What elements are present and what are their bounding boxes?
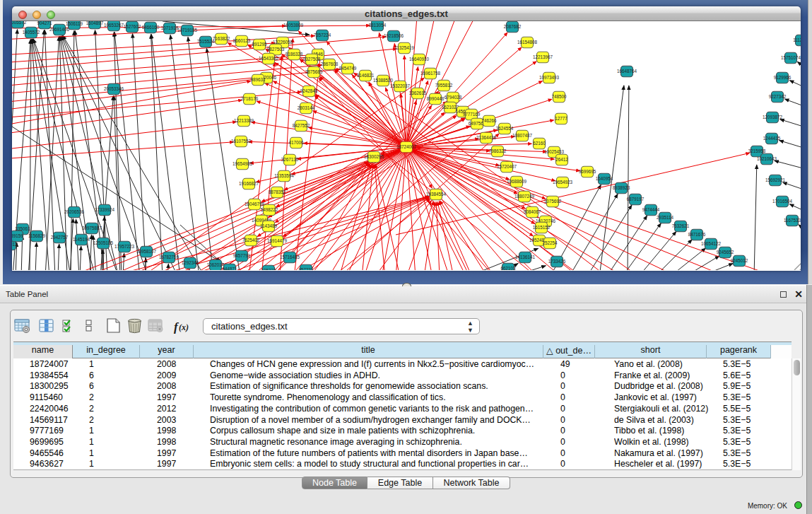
svg-text:2803144: 2803144 (298, 105, 315, 110)
svg-text:895012: 895012 (12, 242, 18, 247)
svg-text:1405572: 1405572 (23, 30, 40, 35)
svg-text:17339924: 17339924 (95, 207, 115, 212)
svg-text:8186328: 8186328 (286, 52, 303, 57)
svg-text:9327508: 9327508 (303, 57, 321, 62)
svg-text:20053346: 20053346 (104, 86, 124, 91)
svg-text:1244415: 1244415 (763, 136, 781, 141)
svg-text:10807487: 10807487 (512, 133, 533, 138)
svg-text:16046798: 16046798 (245, 201, 265, 206)
svg-text:12505185: 12505185 (93, 240, 114, 245)
svg-text:252254: 252254 (542, 240, 558, 245)
svg-text:15322037: 15322037 (390, 83, 411, 88)
svg-text:746266: 746266 (481, 118, 497, 123)
svg-text:7163822: 7163822 (213, 36, 230, 41)
svg-text:10653267: 10653267 (104, 23, 124, 28)
svg-text:6466160: 6466160 (142, 25, 160, 30)
svg-text:10973493: 10973493 (539, 75, 560, 80)
svg-text:20691406: 20691406 (49, 27, 70, 32)
svg-text:1071918: 1071918 (161, 25, 179, 30)
svg-text:8427552: 8427552 (293, 123, 310, 128)
svg-text:9827503: 9827503 (267, 47, 285, 52)
svg-text:2718176: 2718176 (241, 96, 259, 101)
svg-text:17957223: 17957223 (114, 244, 135, 249)
svg-text:12213967: 12213967 (533, 54, 553, 59)
svg-text:9129966: 9129966 (774, 75, 792, 80)
svg-text:7986322: 7986322 (489, 148, 507, 153)
svg-text:10958107: 10958107 (136, 249, 157, 254)
svg-text:3215958: 3215958 (748, 148, 766, 153)
svg-text:6879197: 6879197 (627, 197, 645, 201)
svg-text:19654923: 19654923 (553, 180, 573, 185)
svg-text:10654122: 10654122 (701, 241, 722, 246)
svg-text:9245652: 9245652 (717, 250, 734, 255)
svg-text:9227342: 9227342 (769, 94, 787, 99)
svg-text:6794028: 6794028 (445, 95, 462, 100)
svg-text:62160: 62160 (533, 141, 546, 146)
svg-text:20206536: 20206536 (64, 209, 85, 214)
svg-text:10688609: 10688609 (507, 179, 527, 184)
svg-text:1167533: 1167533 (784, 218, 801, 223)
svg-text:904271: 904271 (37, 21, 52, 25)
svg-text:1075692: 1075692 (544, 199, 562, 204)
svg-text:1143489: 1143489 (260, 223, 278, 228)
svg-text:1527602: 1527602 (124, 24, 141, 29)
svg-text:1145194: 1145194 (73, 237, 90, 242)
svg-text:15388520: 15388520 (373, 78, 394, 83)
svg-text:12093872: 12093872 (763, 115, 783, 119)
svg-text:18724007: 18724007 (396, 144, 417, 149)
svg-text:16648764: 16648764 (617, 69, 637, 74)
svg-text:957231: 957231 (298, 267, 314, 270)
svg-text:1506119: 1506119 (66, 21, 83, 26)
svg-text:8454749: 8454749 (339, 66, 357, 71)
svg-text:105332: 105332 (261, 268, 276, 270)
svg-text:18807249: 18807249 (514, 194, 535, 199)
svg-text:15751074: 15751074 (781, 55, 801, 60)
svg-text:9245012: 9245012 (731, 258, 748, 263)
svg-text:1362615: 1362615 (409, 90, 427, 95)
svg-text:2005572: 2005572 (12, 21, 27, 25)
svg-text:944871: 944871 (222, 267, 237, 270)
svg-text:1615152: 1615152 (533, 225, 551, 230)
svg-text:8471676: 8471676 (688, 232, 706, 237)
svg-text:11353594: 11353594 (274, 173, 294, 178)
svg-text:16543362: 16543362 (259, 56, 279, 61)
svg-text:16782759: 16782759 (159, 255, 180, 259)
svg-text:17016504: 17016504 (772, 199, 793, 204)
svg-text:19166827: 19166827 (239, 181, 259, 186)
svg-text:3875685: 3875685 (305, 69, 323, 74)
svg-text:1640954: 1640954 (596, 176, 613, 181)
svg-text:10719185: 10719185 (177, 28, 198, 33)
svg-text:16640910: 16640910 (409, 57, 430, 62)
svg-text:2942757: 2942757 (51, 235, 69, 240)
svg-text:662103: 662103 (500, 266, 516, 270)
svg-text:39159: 39159 (12, 233, 23, 238)
svg-text:8813054: 8813054 (369, 23, 387, 28)
svg-text:9457791: 9457791 (233, 253, 251, 258)
svg-text:21364436: 21364436 (476, 135, 497, 140)
svg-text:26412: 26412 (555, 157, 568, 162)
svg-text:989631: 989631 (250, 77, 266, 82)
svg-text:19218506: 19218506 (384, 33, 404, 38)
svg-text:16053809: 16053809 (283, 23, 304, 28)
svg-text:14136141: 14136141 (515, 255, 536, 259)
svg-text:18300295: 18300295 (364, 154, 384, 159)
svg-text:1292346: 1292346 (182, 260, 199, 265)
svg-text:891295: 891295 (252, 42, 267, 47)
svg-text:(x): (x) (179, 322, 189, 332)
svg-text:9242848: 9242848 (300, 88, 318, 93)
svg-text:15720407: 15720407 (497, 164, 517, 169)
svg-text:12213389: 12213389 (234, 118, 254, 123)
svg-text:7625402: 7625402 (242, 238, 260, 243)
svg-text:1604897: 1604897 (86, 21, 104, 25)
svg-text:2087682: 2087682 (504, 24, 522, 29)
svg-text:748500: 748500 (551, 94, 567, 99)
svg-text:19654985: 19654985 (233, 161, 253, 166)
svg-text:3624554: 3624554 (496, 126, 514, 131)
svg-text:2867608: 2867608 (321, 62, 339, 66)
svg-text:15692921: 15692921 (765, 177, 786, 182)
svg-text:16914479: 16914479 (267, 238, 288, 243)
svg-text:1156829: 1156829 (28, 233, 46, 238)
svg-text:8938923: 8938923 (613, 185, 630, 190)
svg-text:7955812: 7955812 (435, 83, 453, 88)
svg-text:7357224: 7357224 (314, 33, 331, 37)
